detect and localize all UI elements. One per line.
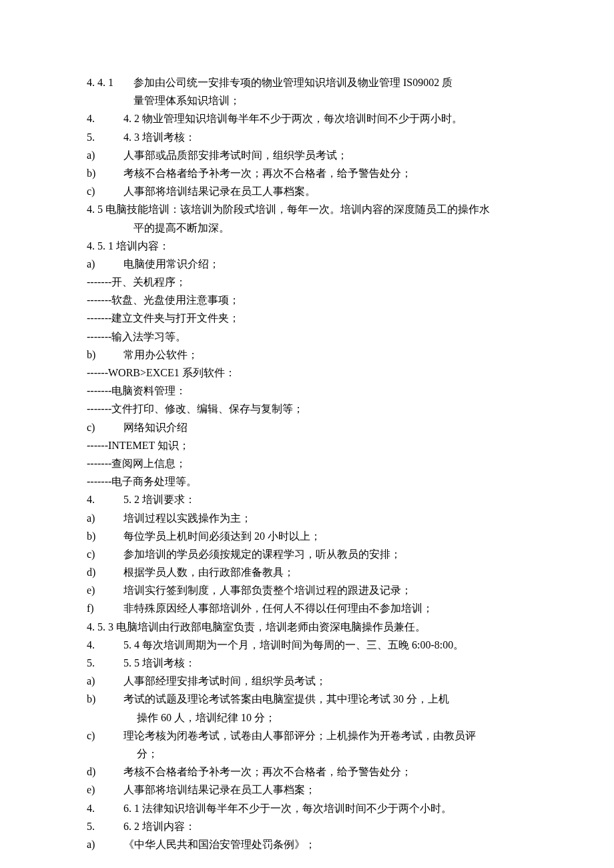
text-line: a)人事部或品质部安排考试时间，组织学员考试； [87, 146, 527, 164]
text-line: ------WORB>EXCE1 系列软件： [87, 364, 527, 382]
text-line: -------建立文件夹与打开文件夹； [87, 309, 527, 327]
text-line: -------开、关机程序； [87, 273, 527, 291]
text-line: b)考试的试题及理论考试答案由电脑室提供，其中理论考试 30 分，上机 [87, 690, 527, 708]
text-line: -------查阅网上信息； [87, 454, 527, 472]
text-line: 4. 5电脑技能培训：该培训为阶段式培训，每年一次。培训内容的深度随员工的操作水 [87, 200, 527, 218]
line-text: -------电子商务处理等。 [87, 472, 527, 490]
line-text: 每位学员上机时间必须达到 20 小时以上； [123, 527, 527, 545]
line-text: 6. 1 法律知识培训每半年不少于一次，每次培训时间不少于两个小时。 [123, 799, 527, 817]
line-text: -------电脑资料管理： [87, 382, 527, 400]
line-text: 常用办公软件； [123, 346, 527, 364]
text-line: -------文件打印、修改、编辑、保存与复制等； [87, 400, 527, 418]
line-label: a) [87, 146, 123, 164]
text-line: 4. 5. 1培训内容： [87, 237, 527, 255]
line-label: b) [87, 527, 123, 545]
line-text: -------输入法学习等。 [87, 328, 527, 346]
line-label: d) [87, 563, 123, 581]
line-text: ------INTEMET 知识； [87, 436, 527, 454]
text-line: 5.5. 5 培训考核： [87, 654, 527, 672]
line-label: e) [87, 581, 123, 599]
text-line: 4.5. 4 每次培训周期为一个月，培训时间为每周的一、三、五晚 6:00-8:… [87, 636, 527, 654]
line-label: c) [87, 727, 123, 745]
line-label: b) [87, 346, 123, 364]
text-line: b)每位学员上机时间必须达到 20 小时以上； [87, 527, 527, 545]
line-label: b) [87, 164, 123, 182]
text-line: e)人事部将培训结果记录在员工人事档案； [87, 781, 527, 799]
line-text: 考核不合格者给予补考一次；再次不合格者，给予警告处分； [123, 763, 527, 781]
text-line: a)人事部经理安排考试时间，组织学员考试； [87, 672, 527, 690]
line-text: 考核不合格者给予补考一次；再次不合格者，给予警告处分； [123, 164, 527, 182]
line-text: 人事部经理安排考试时间，组织学员考试； [123, 672, 527, 690]
line-label: 4. [87, 799, 123, 817]
text-line: 5.4. 3 培训考核： [87, 128, 527, 146]
text-line: d)根据学员人数，由行政部准备教具； [87, 563, 527, 581]
text-line: 4. 5. 3电脑培训由行政部电脑室负责，培训老师由资深电脑操作员兼任。 [87, 618, 527, 636]
line-label: b) [87, 690, 123, 708]
line-label: 4. [87, 490, 123, 508]
line-label: 4. 4. 1 [87, 73, 133, 91]
text-line: 分； [87, 745, 527, 763]
text-line: b)常用办公软件； [87, 346, 527, 364]
line-text: 非特殊原因经人事部培训外，任何人不得以任何理由不参加培训； [123, 599, 527, 617]
line-text: 4. 2 物业管理知识培训每半年不少于两次，每次培训时间不少于两小时。 [123, 109, 527, 127]
line-label: 5. [87, 128, 123, 146]
line-label: 5. [87, 817, 123, 835]
text-line: 4.4. 2 物业管理知识培训每半年不少于两次，每次培训时间不少于两小时。 [87, 109, 527, 127]
line-text: -------开、关机程序； [87, 273, 527, 291]
text-line: c)网络知识介绍 [87, 418, 527, 436]
text-line: d)考核不合格者给予补考一次；再次不合格者，给予警告处分； [87, 763, 527, 781]
line-text: 平的提高不断加深。 [133, 219, 527, 237]
line-text: -------文件打印、修改、编辑、保存与复制等； [87, 400, 527, 418]
line-text: 根据学员人数，由行政部准备教具； [123, 563, 527, 581]
line-text: 理论考核为闭卷考试，试卷由人事部评分；上机操作为开卷考试，由教员评 [123, 727, 527, 745]
line-text: -------查阅网上信息； [87, 454, 527, 472]
line-text: 人事部将培训结果记录在员工人事档案。 [123, 182, 527, 200]
line-label: a) [87, 672, 123, 690]
line-text: 人事部或品质部安排考试时间，组织学员考试； [123, 146, 527, 164]
line-label: d) [87, 763, 123, 781]
line-label: c) [87, 545, 123, 563]
line-label: 4. [87, 636, 123, 654]
text-line: -------软盘、光盘使用注意事项； [87, 291, 527, 309]
text-line: 平的提高不断加深。 [87, 219, 527, 237]
line-label: 5. [87, 654, 123, 672]
line-label: 4. [87, 109, 123, 127]
text-line: a)电脑使用常识介绍； [87, 255, 527, 273]
line-text: 培训内容： [116, 237, 527, 255]
text-line: -------输入法学习等。 [87, 328, 527, 346]
line-text: 操作 60 人，培训纪律 10 分； [123, 709, 527, 727]
text-line: 操作 60 人，培训纪律 10 分； [87, 709, 527, 727]
line-label: 4. 5. 1 [87, 237, 116, 255]
line-text: 5. 5 培训考核： [123, 654, 527, 672]
line-text: 考试的试题及理论考试答案由电脑室提供，其中理论考试 30 分，上机 [123, 690, 527, 708]
line-label: c) [87, 418, 123, 436]
text-line: f)非特殊原因经人事部培训外，任何人不得以任何理由不参加培训； [87, 599, 527, 617]
text-line: b)考核不合格者给予补考一次；再次不合格者，给予警告处分； [87, 164, 527, 182]
document-body: 4. 4. 1参加由公司统一安排专项的物业管理知识培训及物业管理 IS09002… [87, 73, 527, 853]
line-text: 网络知识介绍 [123, 418, 527, 436]
line-text: 《中华人民共和国治安管理处罚条例》； [123, 835, 527, 853]
text-line: 4.6. 1 法律知识培训每半年不少于一次，每次培训时间不少于两个小时。 [87, 799, 527, 817]
line-label: c) [87, 182, 123, 200]
text-line: 5.6. 2 培训内容： [87, 817, 527, 835]
line-text: 5. 2 培训要求： [123, 490, 527, 508]
line-text: 电脑使用常识介绍； [123, 255, 527, 273]
line-text: 5. 4 每次培训周期为一个月，培训时间为每周的一、三、五晚 6:00-8:00… [123, 636, 527, 654]
text-line: 4.5. 2 培训要求： [87, 490, 527, 508]
line-text: 培训实行签到制度，人事部负责整个培训过程的跟进及记录； [123, 581, 527, 599]
text-line: c)参加培训的学员必须按规定的课程学习，听从教员的安排； [87, 545, 527, 563]
line-label: a) [87, 509, 123, 527]
line-text: 量管理体系知识培训； [133, 91, 527, 109]
text-line: a)培训过程以实践操作为主； [87, 509, 527, 527]
line-label: e) [87, 781, 123, 799]
line-text: 参加培训的学员必须按规定的课程学习，听从教员的安排； [123, 545, 527, 563]
text-line: ------INTEMET 知识； [87, 436, 527, 454]
line-label [87, 91, 133, 109]
line-label: a) [87, 255, 123, 273]
line-text: 4. 3 培训考核： [123, 128, 527, 146]
text-line: -------电子商务处理等。 [87, 472, 527, 490]
text-line: 量管理体系知识培训； [87, 91, 527, 109]
line-text: 电脑培训由行政部电脑室负责，培训老师由资深电脑操作员兼任。 [116, 618, 527, 636]
line-label [87, 219, 133, 237]
line-text: 人事部将培训结果记录在员工人事档案； [123, 781, 527, 799]
